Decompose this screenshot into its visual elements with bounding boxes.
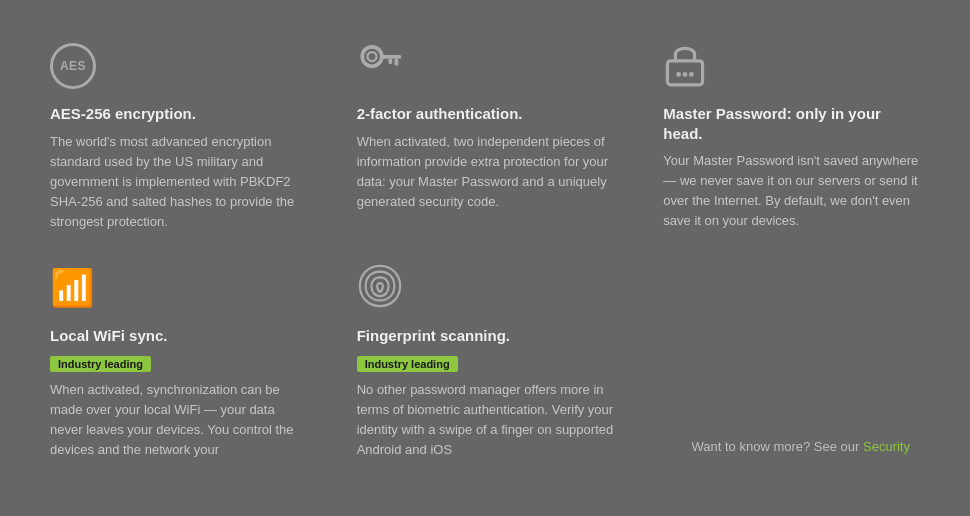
wifi-badge: Industry leading <box>50 356 151 372</box>
svg-point-7 <box>683 72 688 77</box>
svg-point-8 <box>689 72 694 77</box>
feature-fingerprint: Fingerprint scanning. Industry leading N… <box>347 252 624 470</box>
svg-point-6 <box>677 72 682 77</box>
lock-icon-area <box>663 40 920 92</box>
fingerprint-body: No other password manager offers more in… <box>357 380 614 461</box>
feature-2fa: 2-factor authentication. When activated,… <box>347 30 624 242</box>
features-row-1: aes AES-256 encryption. The world's most… <box>40 30 930 242</box>
aes-icon-area: aes <box>50 40 307 92</box>
svg-rect-3 <box>394 59 398 66</box>
feature-empty: Want to know more? See our Security <box>653 252 930 470</box>
2fa-body: When activated, two independent pieces o… <box>357 132 614 213</box>
feature-aes: aes AES-256 encryption. The world's most… <box>40 30 317 242</box>
svg-point-1 <box>367 52 376 61</box>
page-container: aes AES-256 encryption. The world's most… <box>0 0 970 516</box>
bottom-note-prefix: Want to know more? See our <box>692 439 864 454</box>
features-row-2: 📶 Local WiFi sync. Industry leading When… <box>40 252 930 470</box>
wifi-title: Local WiFi sync. <box>50 326 307 346</box>
svg-point-0 <box>362 47 382 67</box>
aes-icon: aes <box>50 43 96 89</box>
fingerprint-icon-area <box>357 262 614 314</box>
master-password-body: Your Master Password isn't saved anywher… <box>663 151 920 232</box>
wifi-icon-area: 📶 <box>50 262 307 314</box>
svg-rect-4 <box>388 59 392 64</box>
feature-master-password: Master Password: only in your head. Your… <box>653 30 930 242</box>
lock-icon <box>663 40 707 92</box>
wifi-icon: 📶 <box>50 270 95 306</box>
fingerprint-icon <box>357 263 403 313</box>
fingerprint-badge: Industry leading <box>357 356 458 372</box>
wifi-body: When activated, synchronization can be m… <box>50 380 307 461</box>
feature-wifi: 📶 Local WiFi sync. Industry leading When… <box>40 252 317 470</box>
security-link[interactable]: Security <box>863 439 910 454</box>
key-icon <box>357 40 405 92</box>
key-icon-area <box>357 40 614 92</box>
2fa-title: 2-factor authentication. <box>357 104 614 124</box>
svg-rect-2 <box>380 55 401 59</box>
master-password-title: Master Password: only in your head. <box>663 104 920 143</box>
bottom-note: Want to know more? See our Security <box>692 439 920 454</box>
aes-title: AES-256 encryption. <box>50 104 307 124</box>
aes-body: The world's most advanced encryption sta… <box>50 132 307 233</box>
fingerprint-title: Fingerprint scanning. <box>357 326 614 346</box>
